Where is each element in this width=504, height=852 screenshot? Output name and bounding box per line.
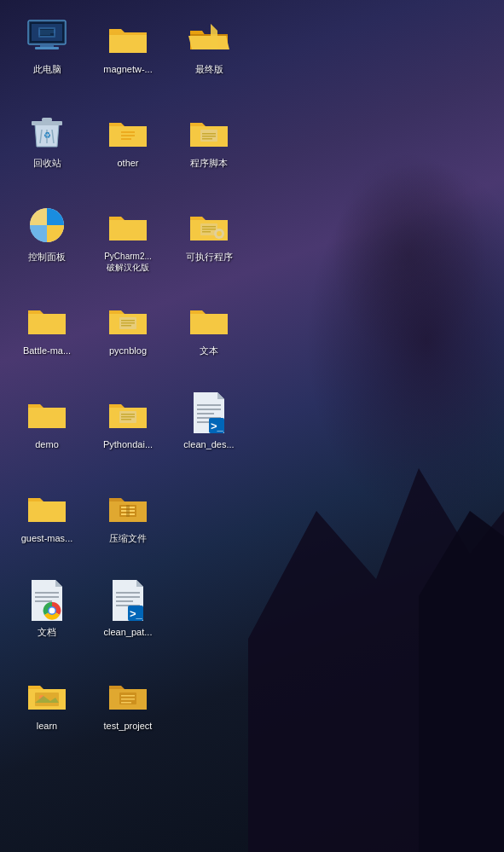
svg-rect-34 [121,320,135,322]
svg-rect-21 [121,138,131,140]
svg-rect-14 [42,118,52,122]
svg-rect-60 [116,592,140,594]
folder-magnetw-icon [106,15,150,60]
icon-label-cleanpat: clean_pat... [104,626,153,638]
svg-rect-55 [35,600,52,602]
svg-rect-29 [202,229,216,230]
icon-pycnblog[interactable]: pycnblog [90,290,166,384]
svg-point-32 [217,231,222,236]
svg-rect-62 [116,600,133,602]
folder-archive-icon [106,484,150,529]
svg-rect-12 [109,32,147,35]
svg-rect-69 [121,695,135,697]
vscode-file2-icon: >_ [106,578,150,623]
recycle-bin-icon: ♻ [25,109,69,154]
icon-label-yasuowenjian: 压缩文件 [109,532,147,544]
svg-rect-38 [121,414,135,415]
icon-label-this-pc: 此电脑 [33,63,61,75]
icon-label-wendang: 文档 [38,626,56,638]
icon-recycle[interactable]: ♻ 回收站 [9,102,85,196]
icon-chengxu[interactable]: 程序脚本 [171,102,247,196]
svg-rect-52 [126,505,130,517]
icon-yasuowenjian[interactable]: 压缩文件 [90,478,166,571]
svg-rect-61 [116,596,140,598]
svg-rect-20 [121,135,135,136]
icon-grid: 此电脑 magnetw-... [9,9,504,852]
folder-learn-icon [25,672,69,716]
svg-text:>_: >_ [211,420,224,432]
icon-label-pycnblog: pycnblog [109,345,147,356]
folder-pycnblog-icon [106,297,150,341]
icon-label-testproject: test_project [104,720,153,732]
icon-label-executable: 可执行程序 [186,251,233,263]
folder-gear-icon [187,203,231,247]
icon-label-guestmas: guest-mas... [21,532,73,544]
icon-wenben[interactable]: 文本 [171,290,247,384]
chrome-file-icon [25,578,69,623]
folder-wenben-icon [187,297,231,341]
icon-cleandesktop[interactable]: >_ clean_des... [171,384,247,478]
svg-rect-70 [121,698,135,700]
svg-rect-71 [121,702,131,704]
icon-label-wenben: 文本 [200,345,218,356]
svg-rect-39 [121,416,135,418]
icon-other[interactable]: other [90,102,166,196]
svg-rect-28 [202,226,216,228]
icon-label-magnetw: magnetw-... [103,63,152,75]
svg-rect-24 [202,136,216,137]
icon-label-cleandesktop: clean_des... [183,438,234,450]
icon-label-learn: learn [37,720,57,732]
folder-battlema-icon [25,297,69,341]
svg-text:♻: ♻ [43,130,51,140]
icon-label-chengxu: 程序脚本 [190,157,228,169]
svg-rect-36 [121,325,131,327]
desktop: 此电脑 magnetw-... [0,0,504,852]
folder-chengxu-icon [187,109,231,154]
svg-rect-25 [202,138,212,140]
folder-other-icon [106,109,150,154]
icon-label-recycle: 回收站 [33,157,61,169]
icon-magnetw[interactable]: magnetw-... [90,9,166,102]
svg-rect-6 [35,47,59,49]
svg-rect-41 [197,404,221,406]
svg-text:>_: >_ [130,607,143,620]
icon-guestmas[interactable]: guest-mas... [9,478,85,571]
icon-label-demo: demo [35,438,59,450]
folder-demo-icon [25,391,69,435]
icon-learn[interactable]: learn [9,665,85,759]
icon-demo[interactable]: demo [9,384,85,478]
icon-executable[interactable]: 可执行程序 [171,196,247,290]
folder-testproject-icon [106,672,150,716]
svg-rect-35 [121,322,135,324]
svg-rect-23 [202,133,216,135]
folder-pycharm-icon [106,203,150,247]
svg-rect-42 [197,409,221,410]
svg-rect-30 [202,231,211,233]
icon-pythondai[interactable]: Pythondai... [90,384,166,478]
icon-testproject[interactable]: test_project [90,665,166,759]
svg-rect-54 [35,596,59,598]
folder-guestmas-icon [25,484,69,529]
folder-open-icon [187,15,231,60]
svg-point-59 [49,608,55,614]
this-pc-icon [25,15,69,60]
svg-rect-40 [121,419,131,420]
icon-label-pythondai: Pythondai... [103,438,153,450]
icon-this-pc[interactable]: 此电脑 [9,9,85,102]
icon-pycharm[interactable]: PyCharm2... 破解汉化版 [90,196,166,290]
icon-label-controlpanel: 控制面板 [28,251,66,263]
icon-label-battlema: Battle-ma... [23,345,71,356]
vscode-file-icon: >_ [187,391,231,435]
icon-cleanpat[interactable]: >_ clean_pat... [90,571,166,665]
svg-rect-53 [35,592,59,594]
folder-pythondai-icon [106,391,150,435]
icon-wendang[interactable]: 文档 [9,571,85,665]
icon-label-zuizhongban: 最终版 [195,63,223,75]
icon-controlpanel[interactable]: 控制面板 [9,196,85,290]
icon-label-pycharm: PyCharm2... 破解汉化版 [104,251,152,273]
icon-zuizhongban[interactable]: 最终版 [171,9,247,102]
svg-rect-43 [197,413,214,414]
svg-rect-5 [40,44,54,47]
icon-battlema[interactable]: Battle-ma... [9,290,85,384]
icon-label-other: other [117,157,138,169]
